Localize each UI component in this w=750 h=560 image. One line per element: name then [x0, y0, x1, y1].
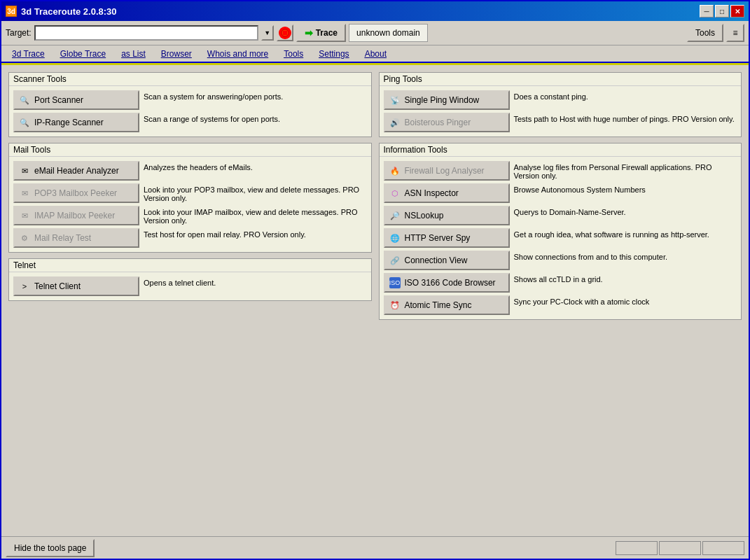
- imap-peeker-button: ✉ IMAP Mailbox Peeker: [13, 206, 139, 225]
- connection-desc: Show connections from and to this comput…: [514, 251, 737, 261]
- unknown-domain-display: unknown domain: [349, 24, 428, 42]
- atomic-time-sync-button[interactable]: ⏰ Atomic Time Sync: [384, 295, 510, 315]
- info-tools-header: Information Tools: [380, 144, 742, 157]
- email-analyzer-desc: Analyzes the headers of eMails.: [144, 161, 367, 172]
- scanner-tools-content: 🔍 Port Scanner Scan a system for answeri…: [9, 86, 371, 136]
- window-title: 3d Traceroute 2.0.8:30: [21, 6, 117, 17]
- scanner-tools-header: Scanner Tools: [9, 73, 371, 86]
- ip-range-scanner-icon: 🔍: [19, 117, 30, 128]
- iso-code-browser-button[interactable]: ISO ISO 3166 Code Browser: [384, 273, 510, 293]
- title-bar: 3d 3d Traceroute 2.0.8:30 ─ □ ✕: [1, 1, 749, 21]
- information-tools-section: Information Tools 🔥 Firewall Log Analyse…: [379, 143, 742, 320]
- tool-row: ⏰ Atomic Time Sync Sync your PC-Clock wi…: [384, 295, 737, 315]
- iso-icon: ISO: [389, 277, 401, 288]
- boisterous-desc: Tests path to Host with huge number of p…: [514, 113, 737, 123]
- tool-row: > Telnet Client Opens a telnet client.: [13, 276, 367, 296]
- mail-relay-test-button: ⚙ Mail Relay Test: [13, 228, 139, 248]
- status-tab-2[interactable]: [659, 541, 701, 555]
- ping-tools-section: Ping Tools 📡 Single Ping Window Does a c…: [379, 72, 742, 137]
- nav-settings[interactable]: Settings: [311, 46, 356, 62]
- nav-tools[interactable]: Tools: [276, 46, 311, 62]
- mail-tools-header: Mail Tools: [9, 144, 371, 157]
- email-header-analyzer-button[interactable]: ✉ eMail Header Analyzer: [13, 161, 139, 181]
- pop3-peeker-desc: Look into your POP3 mailbox, view and de…: [144, 183, 367, 202]
- target-input[interactable]: [34, 25, 258, 41]
- unknown-domain-text: unknown domain: [356, 28, 420, 38]
- svg-rect-1: [283, 31, 287, 35]
- tool-row: 🔍 IP-Range Scanner Scan a range of syste…: [13, 113, 367, 132]
- tools-menu-button[interactable]: Tools: [687, 24, 723, 42]
- imap-peeker-desc: Look into your IMAP mailbox, view and de…: [144, 206, 367, 225]
- http-server-spy-button[interactable]: 🌐 HTTP Server Spy: [384, 228, 510, 248]
- content-area: Scanner Tools 🔍 Port Scanner Scan a syst…: [1, 65, 749, 536]
- nav-globe-trace[interactable]: Globe Trace: [53, 46, 113, 62]
- status-tab-3[interactable]: [702, 541, 744, 555]
- title-bar-left: 3d 3d Traceroute 2.0.8:30: [6, 6, 117, 17]
- tool-row: 📡 Single Ping Window Does a constant pin…: [384, 90, 737, 110]
- telnet-content: > Telnet Client Opens a telnet client.: [9, 272, 371, 300]
- telnet-desc: Opens a telnet client.: [144, 276, 367, 287]
- nav-browser[interactable]: Browser: [153, 46, 200, 62]
- tool-row: 🌐 HTTP Server Spy Get a rough idea, what…: [384, 228, 737, 248]
- tool-row: 🔊 Boisterous Pinger Tests path to Host w…: [384, 113, 737, 132]
- nav-3d-trace[interactable]: 3d Trace: [4, 46, 53, 62]
- info-tools-content: 🔥 Firewall Log Analyser Analyse log file…: [380, 157, 742, 319]
- main-window: 3d 3d Traceroute 2.0.8:30 ─ □ ✕ Target: …: [0, 0, 750, 560]
- atomic-time-icon: ⏰: [389, 300, 401, 311]
- status-bar: Hide the tools page: [1, 536, 749, 559]
- firewall-log-desc: Analyse log files from Personal Firewall…: [514, 161, 737, 180]
- tool-row: 🔗 Connection View Show connections from …: [384, 251, 737, 270]
- iso-desc: Shows all ccTLD in a grid.: [514, 273, 737, 284]
- port-scanner-desc: Scan a system for answering/open ports.: [144, 90, 367, 101]
- minimize-button[interactable]: ─: [700, 5, 714, 18]
- ip-range-scanner-button[interactable]: 🔍 IP-Range Scanner: [13, 113, 139, 132]
- single-ping-button[interactable]: 📡 Single Ping Window: [384, 90, 510, 110]
- nslookup-button[interactable]: 🔎 NSLookup: [384, 206, 510, 225]
- tool-row: ⬡ ASN Inspector Browse Autonomous System…: [384, 183, 737, 203]
- ping-tools-header: Ping Tools: [380, 73, 742, 86]
- mail-tools-content: ✉ eMail Header Analyzer Analyzes the hea…: [9, 157, 371, 252]
- mail-tools-section: Mail Tools ✉ eMail Header Analyzer Analy…: [8, 143, 372, 253]
- pop3-icon: ✉: [19, 188, 30, 199]
- window-controls: ─ □ ✕: [700, 5, 744, 18]
- boisterous-icon: 🔊: [389, 117, 401, 128]
- asn-desc: Browse Autonomous System Numbers: [514, 183, 737, 194]
- nslookup-desc: Querys to Domain-Name-Server.: [514, 206, 737, 216]
- boisterous-pinger-button: 🔊 Boisterous Pinger: [384, 113, 510, 132]
- mail-relay-icon: ⚙: [19, 232, 30, 244]
- tool-row: 🔍 Port Scanner Scan a system for answeri…: [13, 90, 367, 110]
- ping-icon: 📡: [389, 94, 401, 106]
- connection-view-button[interactable]: 🔗 Connection View: [384, 251, 510, 270]
- firewall-log-button: 🔥 Firewall Log Analyser: [384, 161, 510, 181]
- maximize-button[interactable]: □: [715, 5, 729, 18]
- nav-as-list[interactable]: as List: [113, 46, 153, 62]
- trace-button[interactable]: ➡ Trace: [296, 24, 346, 42]
- tool-row: 🔥 Firewall Log Analyser Analyse log file…: [384, 161, 737, 181]
- asn-icon: ⬡: [389, 188, 401, 199]
- status-tab-1[interactable]: [616, 541, 658, 555]
- http-spy-icon: 🌐: [389, 232, 401, 244]
- telnet-client-button[interactable]: > Telnet Client: [13, 276, 139, 296]
- port-scanner-button[interactable]: 🔍 Port Scanner: [13, 90, 139, 110]
- stop-button[interactable]: [277, 24, 293, 41]
- hide-tools-button[interactable]: Hide the tools page: [6, 539, 95, 557]
- right-panel: Ping Tools 📡 Single Ping Window Does a c…: [379, 72, 742, 529]
- target-dropdown[interactable]: ▼: [261, 25, 274, 41]
- single-ping-desc: Does a constant ping.: [514, 90, 737, 101]
- asn-inspector-button[interactable]: ⬡ ASN Inspector: [384, 183, 510, 203]
- nav-bar: 3d Trace Globe Trace as List Browser Who…: [1, 46, 749, 63]
- stop-icon: [279, 27, 291, 39]
- scanner-tools-section: Scanner Tools 🔍 Port Scanner Scan a syst…: [8, 72, 372, 137]
- nav-about[interactable]: About: [357, 46, 394, 62]
- nslookup-icon: 🔎: [389, 210, 401, 221]
- nav-whois[interactable]: Whois and more: [200, 46, 276, 62]
- ping-tools-content: 📡 Single Ping Window Does a constant pin…: [380, 86, 742, 136]
- target-label: Target:: [6, 28, 32, 38]
- close-button[interactable]: ✕: [730, 5, 744, 18]
- trace-arrow-icon: ➡: [305, 27, 313, 38]
- tool-row: ✉ POP3 Mailbox Peeker Look into your POP…: [13, 183, 367, 203]
- mail-relay-desc: Test host for open mail relay. PRO Versi…: [144, 228, 367, 239]
- pop3-peeker-button: ✉ POP3 Mailbox Peeker: [13, 183, 139, 203]
- extra-button[interactable]: ≡: [726, 24, 744, 42]
- http-spy-desc: Get a rough idea, what software is runni…: [514, 228, 737, 239]
